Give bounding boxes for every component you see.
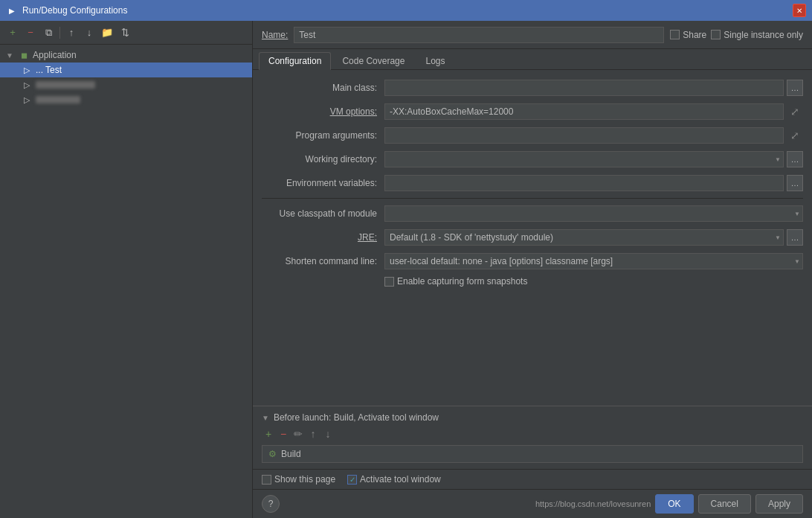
activate-tool-checkbox[interactable]: ✓: [347, 475, 357, 485]
env-vars-input-wrap: …: [384, 175, 803, 191]
apply-button[interactable]: Apply: [755, 494, 803, 514]
move-up-button[interactable]: ↑: [63, 25, 80, 41]
cancel-button[interactable]: Cancel: [698, 494, 751, 514]
main-class-dots-btn[interactable]: …: [787, 80, 803, 96]
program-args-expand-btn[interactable]: ⤢: [787, 127, 803, 144]
build-item[interactable]: ⚙ Build: [262, 445, 803, 463]
tree-blurred-item-1[interactable]: ▷: [0, 77, 252, 92]
classpath-label: Use classpath of module: [262, 208, 384, 219]
classpath-select-outer: ▼: [384, 205, 803, 222]
close-button[interactable]: ✕: [793, 4, 806, 17]
tab-code-coverage[interactable]: Code Coverage: [332, 52, 414, 69]
before-launch-title: Before launch: Build, Activate tool wind…: [274, 412, 439, 423]
enable-capture-checkbox[interactable]: [384, 277, 394, 287]
shorten-cmd-label: Shorten command line:: [262, 256, 384, 266]
app-icon: ▶: [6, 4, 18, 16]
left-toolbar: + − ⧉ ↑ ↓ 📁 ⇅: [0, 21, 252, 45]
tree-arrow-icon: ▼: [6, 51, 15, 60]
copy-button[interactable]: ⧉: [40, 25, 57, 41]
before-launch-down-btn[interactable]: ↓: [321, 427, 335, 441]
remove-button[interactable]: −: [22, 25, 39, 41]
vm-options-input[interactable]: [384, 103, 784, 120]
ok-button[interactable]: OK: [655, 494, 693, 514]
tree-app-label: Application: [33, 50, 77, 60]
show-page-label[interactable]: Show this page: [262, 474, 335, 485]
bottom-checkboxes: Show this page ✓ Activate tool window: [262, 474, 803, 485]
folder-button[interactable]: 📁: [99, 25, 115, 41]
single-instance-checkbox[interactable]: [711, 30, 721, 39]
vm-options-row: VM options: ⤢: [262, 103, 803, 121]
working-dir-input-wrap: ▼ …: [384, 151, 803, 167]
jre-select[interactable]: Default (1.8 - SDK of 'nettystudy' modul…: [384, 229, 784, 246]
tab-configuration[interactable]: Configuration: [259, 52, 331, 70]
classpath-input-wrap: ▼: [384, 205, 803, 222]
working-dir-input[interactable]: [384, 151, 784, 167]
tree-app-group[interactable]: ▼ ◼ Application: [0, 48, 252, 63]
working-dir-select-outer: ▼: [384, 151, 784, 167]
tree-test-item[interactable]: ▷ ... Test: [0, 63, 252, 77]
main-content: + − ⧉ ↑ ↓ 📁 ⇅ ▼ ◼ Application ▷ ... Test…: [0, 21, 812, 518]
share-label: Share: [683, 30, 706, 40]
tab-logs[interactable]: Logs: [416, 52, 454, 69]
vm-options-label: VM options:: [262, 106, 384, 117]
classpath-row: Use classpath of module ▼: [262, 205, 803, 223]
share-checkbox[interactable]: [670, 30, 680, 39]
name-row: Name: Share Single instance only: [253, 21, 812, 49]
main-class-input-wrap: …: [384, 80, 803, 96]
share-section: Share Single instance only: [670, 30, 803, 40]
right-panel: Name: Share Single instance only Configu…: [253, 21, 812, 518]
blurred-label-1: [36, 81, 95, 89]
jre-dots-btn[interactable]: …: [787, 229, 803, 246]
shorten-cmd-select[interactable]: user-local default: none - java [options…: [384, 253, 803, 269]
activate-tool-text: Activate tool window: [360, 474, 441, 485]
build-label: Build: [281, 449, 301, 459]
toolbar-separator: [59, 27, 60, 39]
build-icon: ⚙: [268, 449, 277, 459]
tree-blurred-item-2[interactable]: ▷: [0, 92, 252, 107]
enable-capture-label[interactable]: Enable capturing form snapshots: [384, 276, 527, 287]
divider-1: [262, 198, 803, 199]
footer-right: https://blog.csdn.net/lovesunren OK Canc…: [535, 494, 803, 514]
title-bar-title: Run/Debug Configurations: [22, 5, 127, 16]
enable-capture-text: Enable capturing form snapshots: [397, 276, 527, 287]
share-checkbox-label[interactable]: Share: [670, 30, 706, 40]
show-page-text: Show this page: [274, 474, 335, 485]
move-down-button[interactable]: ↓: [81, 25, 97, 41]
env-vars-dots-btn[interactable]: …: [787, 175, 803, 191]
help-button[interactable]: ?: [262, 495, 280, 513]
program-args-row: Program arguments: ⤢: [262, 127, 803, 144]
blurred-icon-2: ▷: [21, 94, 33, 106]
show-page-checkbox[interactable]: [262, 475, 271, 485]
before-launch-up-btn[interactable]: ↑: [306, 427, 320, 441]
classpath-input[interactable]: [384, 205, 803, 222]
name-input[interactable]: [294, 27, 664, 43]
before-launch-add-btn[interactable]: +: [262, 427, 275, 441]
jre-row: JRE: Default (1.8 - SDK of 'nettystudy' …: [262, 228, 803, 246]
add-button[interactable]: +: [4, 25, 21, 41]
before-launch-remove-btn[interactable]: −: [277, 427, 290, 441]
vm-options-input-wrap: ⤢: [384, 103, 803, 120]
env-vars-input[interactable]: [384, 175, 784, 191]
jre-input-wrap: Default (1.8 - SDK of 'nettystudy' modul…: [384, 229, 803, 246]
before-launch-arrow-icon: ▼: [262, 414, 269, 422]
shorten-cmd-row: Shorten command line: user-local default…: [262, 252, 803, 270]
tabs-row: Configuration Code Coverage Logs: [253, 49, 812, 70]
vm-options-expand-btn[interactable]: ⤢: [787, 103, 803, 120]
before-launch-section: ▼ Before launch: Build, Activate tool wi…: [253, 406, 812, 469]
main-class-input[interactable]: [384, 80, 784, 96]
before-launch-toolbar: + − ✏ ↑ ↓: [262, 427, 803, 441]
working-dir-dots-btn[interactable]: …: [787, 151, 803, 167]
name-label: Name:: [262, 30, 288, 40]
test-icon: ▷: [21, 64, 33, 76]
sort-button[interactable]: ⇅: [117, 25, 133, 41]
blurred-label-2: [36, 96, 80, 103]
working-dir-row: Working directory: ▼ …: [262, 150, 803, 168]
program-args-input[interactable]: [384, 127, 784, 144]
single-instance-label[interactable]: Single instance only: [711, 30, 803, 40]
activate-tool-label[interactable]: ✓ Activate tool window: [347, 474, 441, 485]
main-class-label: Main class:: [262, 83, 384, 93]
blurred-icon-1: ▷: [21, 79, 33, 91]
shorten-cmd-select-outer: user-local default: none - java [options…: [384, 253, 803, 269]
watermark-text: https://blog.csdn.net/lovesunren: [535, 499, 651, 508]
before-launch-edit-btn[interactable]: ✏: [291, 427, 305, 441]
